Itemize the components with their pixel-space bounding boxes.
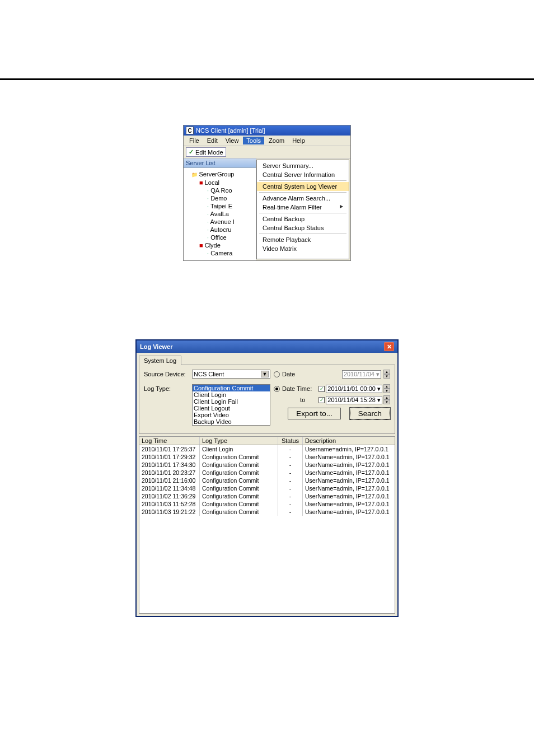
cell-desc: UserName=admin, IP=127.0.0.1 xyxy=(303,500,395,508)
cell-desc: UserName=admin, IP=127.0.0.1 xyxy=(303,492,395,500)
cell-status: - xyxy=(278,508,303,516)
label-to: to xyxy=(300,396,305,403)
tree-cam[interactable]: Office xyxy=(186,234,255,241)
table-row[interactable]: 2010/11/01 21:16:00Configuration Commit-… xyxy=(139,477,395,484)
tree-clyde[interactable]: Clyde xyxy=(186,241,255,249)
tab-system-log[interactable]: System Log xyxy=(139,356,181,365)
cell-time: 2010/11/02 11:36:29 xyxy=(139,492,200,500)
server-tree[interactable]: ServerGroup Local QA Roo Demo Taipei E A… xyxy=(184,168,256,260)
label-datetime: Date Time: xyxy=(282,385,312,392)
date-spinner[interactable]: ▲▼ xyxy=(383,370,390,379)
cell-type: Configuration Commit xyxy=(200,477,278,484)
logtype-option[interactable]: Backup Video xyxy=(193,418,270,425)
app-icon: C xyxy=(186,127,194,134)
from-spinner[interactable]: ▲▼ xyxy=(383,384,390,393)
checkbox-from[interactable]: ✓ xyxy=(318,386,325,392)
export-button[interactable]: Export to... xyxy=(288,408,340,419)
edit-mode-label: Edit Mode xyxy=(195,149,223,156)
close-button[interactable]: ✕ xyxy=(384,342,394,351)
cell-type: Configuration Commit xyxy=(200,492,278,500)
logtype-option[interactable]: Client Logout xyxy=(193,405,270,412)
table-row[interactable]: 2010/11/02 11:34:48Configuration Commit-… xyxy=(139,484,395,492)
cell-status: - xyxy=(278,500,303,508)
menu-central-backup-status[interactable]: Central Backup Status xyxy=(257,223,349,232)
menu-realtime-filter[interactable]: Real-time Alarm Filter xyxy=(257,203,349,212)
logtype-option[interactable]: Client Login Fail xyxy=(193,398,270,405)
tree-cam[interactable]: AvalLa xyxy=(186,210,255,218)
tab-strip: System Log xyxy=(137,353,397,365)
tree-cam[interactable]: Taipei E xyxy=(186,202,255,210)
cell-time: 2010/11/01 17:34:30 xyxy=(139,461,200,469)
tree-cam[interactable]: Avenue I xyxy=(186,218,255,226)
log-type-list[interactable]: Configuration Commit Client Login Client… xyxy=(192,384,270,426)
window-titlebar: C NCS Client [admin] [Trial] xyxy=(184,125,350,136)
radio-date[interactable] xyxy=(274,371,280,377)
menu-separator xyxy=(259,213,346,213)
cell-status: - xyxy=(278,445,303,453)
cell-status: - xyxy=(278,484,303,492)
table-row[interactable]: 2010/11/01 17:29:32Configuration Commit-… xyxy=(139,453,395,461)
tree-cam[interactable]: Demo xyxy=(186,194,255,202)
source-device-value: NCS Client xyxy=(194,371,224,377)
logtype-option[interactable]: Configuration Commit xyxy=(193,385,270,391)
table-row[interactable]: 2010/11/03 19:21:22Configuration Commit-… xyxy=(139,508,395,516)
menu-central-server-info[interactable]: Central Server Information xyxy=(257,170,349,179)
menu-help[interactable]: Help xyxy=(289,137,308,144)
tree-root[interactable]: ServerGroup xyxy=(186,170,255,179)
table-row[interactable]: 2010/11/01 17:25:37Client Login-Username… xyxy=(139,445,395,453)
radio-datetime[interactable] xyxy=(274,386,280,392)
check-icon: ✓ xyxy=(189,148,194,156)
cell-type: Configuration Commit xyxy=(200,508,278,516)
cell-time: 2010/11/03 11:52:28 xyxy=(139,500,200,508)
cell-time: 2010/11/02 11:34:48 xyxy=(139,484,200,492)
col-log-type[interactable]: Log Type xyxy=(200,437,278,445)
datetime-from-input[interactable]: 2010/11/01 00:00 ▾ xyxy=(326,385,382,393)
cell-time: 2010/11/01 21:16:00 xyxy=(139,477,200,484)
cell-status: - xyxy=(278,477,303,484)
results-header: Log Time Log Type Status Description xyxy=(139,437,395,445)
tree-cam[interactable]: Autocru xyxy=(186,226,255,234)
edit-mode-button[interactable]: ✓ Edit Mode xyxy=(186,147,226,157)
table-row[interactable]: 2010/11/01 20:23:27Configuration Commit-… xyxy=(139,469,395,477)
tree-cam[interactable]: QA Roo xyxy=(186,186,255,194)
datetime-to-input[interactable]: 2010/11/04 15:28 ▾ xyxy=(326,396,382,404)
menu-video-matrix[interactable]: Video Matrix xyxy=(257,244,349,253)
cell-desc: UserName=admin, IP=127.0.0.1 xyxy=(303,461,395,469)
menu-edit[interactable]: Edit xyxy=(204,137,221,144)
menu-zoom[interactable]: Zoom xyxy=(265,137,288,144)
table-row[interactable]: 2010/11/02 11:36:29Configuration Commit-… xyxy=(139,492,395,500)
cell-type: Configuration Commit xyxy=(200,461,278,469)
col-status[interactable]: Status xyxy=(278,437,303,445)
date-input[interactable]: 2010/11/04 ▾ xyxy=(342,370,381,379)
menu-separator xyxy=(259,180,346,181)
col-log-time[interactable]: Log Time xyxy=(139,437,200,445)
menu-view[interactable]: View xyxy=(222,137,242,144)
menu-advance-alarm[interactable]: Advance Alarm Search... xyxy=(257,194,349,203)
table-row[interactable]: 2010/11/01 17:34:30Configuration Commit-… xyxy=(139,461,395,469)
logtype-option[interactable]: Export Video xyxy=(193,412,270,418)
table-row[interactable]: 2010/11/03 11:52:28Configuration Commit-… xyxy=(139,500,395,508)
page-divider xyxy=(0,78,534,80)
source-device-dropdown[interactable]: NCS Client ▼ xyxy=(192,370,270,379)
menu-central-system-log[interactable]: Central System Log Viewer xyxy=(257,182,349,191)
menu-central-backup[interactable]: Central Backup xyxy=(257,214,349,223)
cell-status: - xyxy=(278,492,303,500)
tree-cam[interactable]: Camera xyxy=(186,249,255,257)
to-spinner[interactable]: ▲▼ xyxy=(383,395,390,404)
results-body[interactable]: 2010/11/01 17:25:37Client Login-Username… xyxy=(139,445,395,613)
log-viewer-dialog: Log Viewer ✕ System Log Source Device: N… xyxy=(135,339,399,617)
menu-server-summary[interactable]: Server Summary... xyxy=(257,161,349,170)
menu-file[interactable]: File xyxy=(186,137,203,144)
menu-remote-playback[interactable]: Remote Playback xyxy=(257,235,349,244)
cell-status: - xyxy=(278,469,303,477)
cell-type: Configuration Commit xyxy=(200,500,278,508)
logtype-option[interactable]: Client Login xyxy=(193,391,270,398)
cell-desc: UserName=admin, IP=127.0.0.1 xyxy=(303,469,395,477)
menu-bar: File Edit View Tools Zoom Help xyxy=(184,136,350,146)
checkbox-to[interactable]: ✓ xyxy=(318,397,325,403)
menu-tools[interactable]: Tools xyxy=(243,137,264,144)
label-date: Date xyxy=(282,371,295,377)
tree-local[interactable]: Local xyxy=(186,179,255,186)
col-description[interactable]: Description xyxy=(303,437,395,445)
search-button[interactable]: Search xyxy=(350,408,390,419)
